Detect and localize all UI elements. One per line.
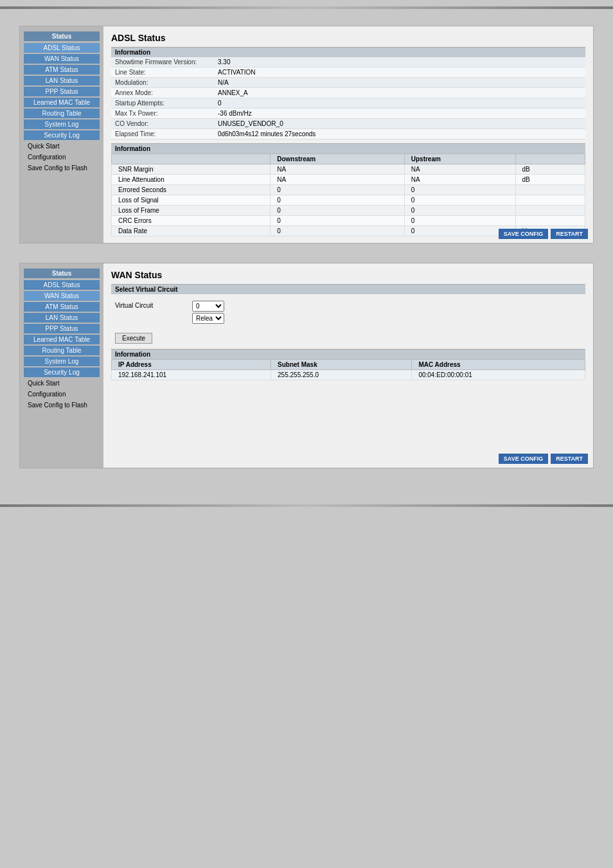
table-row: CRC Errors 0 0 [112, 216, 585, 226]
label-modulation: Modulation: [111, 78, 214, 88]
wan-info-header: Information [111, 349, 585, 359]
table-row: Elapsed Time: 0d6h03m4s12 minutes 27seco… [111, 129, 585, 139]
sidebar-item-system-log[interactable]: System Log [24, 120, 100, 129]
table-row: Loss of Signal 0 0 [112, 195, 585, 206]
sidebar-item-lan-status[interactable]: LAN Status [24, 76, 100, 85]
sidebar-item-wan-security-log[interactable]: Security Log [24, 368, 100, 377]
val-err-sec-ds: 0 [271, 185, 405, 195]
sidebar-item-wan-wan-status[interactable]: WAN Status [24, 291, 100, 301]
label-firmware: Showtime Firmware Version: [111, 57, 214, 67]
sidebar-item-wan-routing-table[interactable]: Routing Table [24, 346, 100, 355]
unit-los [515, 195, 585, 206]
table-row: Showtime Firmware Version: 3.30 [111, 57, 585, 67]
val-crc-ds: 0 [271, 216, 405, 226]
val-subnet: 255.255.255.0 [271, 370, 412, 380]
adsl-sub-table: Downstream Upstream SNR Margin NA NA dB [111, 154, 585, 236]
page-title-adsl: ADSL Status [111, 33, 585, 43]
table-row: Errored Seconds 0 0 [112, 185, 585, 195]
main-content-adsl: ADSL Status Information Showtime Firmwar… [103, 26, 593, 243]
info-header-2: Information [111, 143, 585, 154]
value-startup: 0 [214, 98, 585, 109]
page-title-wan: WAN Status [111, 270, 585, 280]
sidebar-item-wan-ppp-status[interactable]: PPP Status [24, 324, 100, 333]
sidebar-item-security-log[interactable]: Security Log [24, 130, 100, 140]
val-atten-us: NA [404, 175, 515, 185]
sidebar-item-ppp-status[interactable]: PPP Status [24, 87, 100, 96]
sidebar-item-wan-adsl-status[interactable]: ADSL Status [24, 280, 100, 290]
top-bar [0, 6, 613, 9]
label-atten: Line Attenuation [112, 175, 271, 185]
label-snr: SNR Margin [112, 164, 271, 175]
col-downstream: Downstream [271, 154, 405, 164]
virtual-circuit-label: Virtual Circuit [115, 301, 192, 309]
unit-err-sec [515, 185, 585, 195]
unit-atten: dB [515, 175, 585, 185]
sidebar-item-save-config[interactable]: Save Config to Flash [24, 163, 100, 173]
adsl-info-table-1: Showtime Firmware Version: 3.30 Line Sta… [111, 57, 585, 139]
col-label [112, 154, 271, 164]
virtual-circuit-row: Virtual Circuit 0 Release Renew [111, 298, 585, 326]
restart-button-wan[interactable]: RESTART [551, 454, 588, 464]
val-snr-ds: NA [271, 164, 405, 175]
table-row: Loss of Frame 0 0 [112, 206, 585, 216]
unit-crc [515, 216, 585, 226]
value-firmware: 3.30 [214, 57, 585, 67]
unit-snr: dB [515, 164, 585, 175]
label-co-vendor: CO Vendor: [111, 119, 214, 129]
sidebar-item-routing-table[interactable]: Routing Table [24, 109, 100, 118]
table-row: 192.168.241.101 255.255.255.0 00:04:ED:0… [112, 370, 585, 380]
sidebar-item-quick-start[interactable]: Quick Start [24, 141, 100, 151]
sidebar-item-configuration[interactable]: Configuration [24, 152, 100, 162]
val-err-sec-us: 0 [404, 185, 515, 195]
save-config-button-adsl[interactable]: SAVE CONFIG [499, 229, 548, 239]
sidebar-item-wan-atm-status[interactable]: ATM Status [24, 302, 100, 312]
value-line-state: ACTIVATION [214, 67, 585, 78]
sidebar-item-atm-status[interactable]: ATM Status [24, 65, 100, 75]
label-data-rate: Data Rate [112, 226, 271, 236]
sidebar-item-wan-learned-mac[interactable]: Learned MAC Table [24, 335, 100, 344]
action-select[interactable]: Release Renew [192, 313, 224, 324]
label-err-sec: Errored Seconds [112, 185, 271, 195]
info-header-1: Information [111, 47, 585, 57]
label-elapsed: Elapsed Time: [111, 129, 214, 139]
sidebar-wan: Status ADSL Status WAN Status ATM Status… [20, 263, 103, 468]
val-atten-ds: NA [271, 175, 405, 185]
sidebar-adsl: Status ADSL Status WAN Status ATM Status… [20, 26, 103, 243]
table-row: CO Vendor: UNUSED_VENDOR_0 [111, 119, 585, 129]
save-config-button-wan[interactable]: SAVE CONFIG [499, 454, 548, 464]
restart-button-adsl[interactable]: RESTART [551, 229, 588, 239]
table-row: Modulation: N/A [111, 78, 585, 88]
footer-buttons-adsl: SAVE CONFIG RESTART [499, 229, 588, 239]
sidebar-item-wan-quick-start[interactable]: Quick Start [24, 378, 100, 388]
label-line-state: Line State: [111, 67, 214, 78]
sidebar-section-label-adsl: Status [24, 31, 100, 41]
panel-container: Status ADSL Status WAN Status ATM Status… [0, 13, 613, 500]
sidebar-item-wan-save-config[interactable]: Save Config to Flash [24, 400, 100, 410]
col-ip: IP Address [112, 360, 271, 370]
page-wrapper: Status ADSL Status WAN Status ATM Status… [0, 0, 613, 868]
value-modulation: N/A [214, 78, 585, 88]
sidebar-item-learned-mac[interactable]: Learned MAC Table [24, 98, 100, 107]
panel-adsl: Status ADSL Status WAN Status ATM Status… [19, 26, 594, 244]
execute-button[interactable]: Execute [115, 333, 152, 344]
virtual-circuit-select[interactable]: 0 [192, 301, 224, 312]
col-mac: MAC Address [412, 360, 585, 370]
value-annex: ANNEX_A [214, 88, 585, 98]
val-snr-us: NA [404, 164, 515, 175]
wan-table-header-row: IP Address Subnet Mask MAC Address [112, 360, 585, 370]
sidebar-item-adsl-status[interactable]: ADSL Status [24, 43, 100, 53]
sidebar-item-wan-lan-status[interactable]: LAN Status [24, 313, 100, 323]
footer-buttons-wan: SAVE CONFIG RESTART [499, 454, 588, 464]
sidebar-item-wan-status[interactable]: WAN Status [24, 54, 100, 64]
sidebar-item-wan-system-log[interactable]: System Log [24, 357, 100, 366]
val-mac: 00:04:ED:00:00:01 [412, 370, 585, 380]
table-row: Startup Attempts: 0 [111, 98, 585, 109]
sidebar-item-wan-configuration[interactable]: Configuration [24, 389, 100, 399]
val-crc-us: 0 [404, 216, 515, 226]
col-subnet: Subnet Mask [271, 360, 412, 370]
label-max-tx: Max Tx Power: [111, 109, 214, 119]
label-annex: Annex Mode: [111, 88, 214, 98]
table-row: Max Tx Power: -36 dBm/Hz [111, 109, 585, 119]
wan-select-header: Select Virtual Circuit [111, 284, 585, 294]
label-crc: CRC Errors [112, 216, 271, 226]
